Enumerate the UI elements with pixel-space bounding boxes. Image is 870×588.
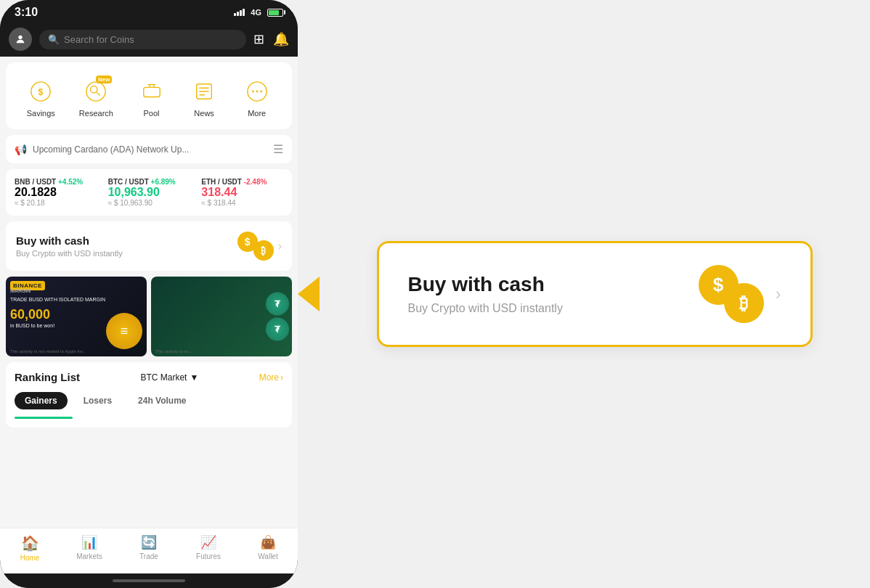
more-label: More	[248, 109, 266, 118]
quick-actions-card: $ Savings New Research	[6, 62, 292, 129]
signal-icon	[234, 9, 245, 16]
ranking-market[interactable]: BTC Market ▼	[140, 372, 198, 383]
eth-ticker[interactable]: ETH / USDT -2.48% 318.44 ≈ $ 318.44	[201, 178, 283, 207]
buy-cash-card[interactable]: Buy with cash Buy Crypto with USD instan…	[6, 221, 292, 271]
gainers-tab[interactable]: Gainers	[15, 392, 68, 409]
market-dropdown-icon: ▼	[190, 372, 198, 383]
enlarged-title: Buy with cash	[408, 273, 563, 296]
savings-label: Savings	[27, 109, 55, 118]
scan-icon[interactable]: ⊞	[253, 31, 264, 47]
buy-cash-title: Buy with cash	[16, 234, 123, 247]
svg-rect-6	[143, 87, 160, 97]
news-icon	[190, 77, 219, 106]
news-label: News	[194, 109, 214, 118]
more-link: More	[259, 372, 279, 383]
bell-icon[interactable]: 🔔	[273, 31, 289, 47]
bnb-ticker[interactable]: BNB / USDT +4.52% 20.1828 ≈ $ 20.18	[15, 178, 97, 207]
svg-text:≡: ≡	[121, 324, 129, 338]
ranking-section: Ranking List BTC Market ▼ More › Gainers…	[6, 362, 292, 428]
battery-icon	[267, 9, 283, 17]
market-label: BTC Market	[140, 372, 187, 383]
home-indicator	[0, 573, 298, 588]
news-action[interactable]: News	[190, 77, 219, 118]
svg-line-5	[97, 92, 100, 96]
ranking-title: Ranking List	[15, 371, 80, 383]
enlarged-subtitle: Buy Crypto with USD instantly	[408, 302, 563, 315]
nav-trade[interactable]: 🔄 Trade	[127, 534, 171, 562]
tether-coin-2: ₮	[266, 318, 289, 341]
price-ticker: BNB / USDT +4.52% 20.1828 ≈ $ 20.18 BTC …	[6, 169, 292, 216]
app-content: $ Savings New Research	[0, 57, 298, 528]
btc-usd: ≈ $ 10,963.90	[108, 199, 190, 207]
trade-text: TRADE BUSD WITH ISOLATED MARGIN	[10, 297, 105, 302]
bnb-pair: BNB / USDT +4.52%	[15, 178, 97, 186]
eth-price: 318.44	[201, 186, 283, 199]
ranking-tabs: Gainers Losers 24h Volume	[15, 392, 283, 409]
scroll-indicator	[15, 417, 73, 419]
promo-unit: in BUSD to be won!	[10, 323, 54, 328]
savings-action[interactable]: $ Savings	[26, 77, 55, 118]
eth-pair: ETH / USDT -2.48%	[201, 178, 283, 186]
home-bar	[113, 579, 185, 582]
buy-cash-text: Buy with cash Buy Crypto with USD instan…	[16, 234, 123, 258]
announcement-text: Upcoming Cardano (ADA) Network Up...	[33, 144, 189, 155]
right-panel: Buy with cash Buy Crypto with USD instan…	[319, 212, 870, 376]
more-arrow-icon: ›	[280, 372, 283, 383]
promo-banners: BINANCE MARGIN TRADE BUSD WITH ISOLATED …	[6, 277, 292, 356]
large-bitcoin-coin: ₿	[724, 283, 764, 323]
pool-label: Pool	[144, 109, 160, 118]
search-placeholder: Search for Coins	[64, 34, 134, 45]
ranking-header: Ranking List BTC Market ▼ More ›	[15, 371, 283, 383]
wallet-icon: 👜	[260, 534, 276, 550]
enlarged-buy-cash-card[interactable]: Buy with cash Buy Crypto with USD instan…	[377, 241, 813, 347]
research-action[interactable]: New Research	[79, 77, 113, 118]
promo-amount: 60,000	[10, 307, 50, 322]
nav-futures[interactable]: 📈 Futures	[187, 534, 230, 562]
large-coin-icons: $ ₿	[699, 265, 764, 323]
volume-tab[interactable]: 24h Volume	[128, 392, 196, 409]
announcement-content: 📢 Upcoming Cardano (ADA) Network Up...	[15, 144, 189, 155]
status-bar: 3:10 4G	[0, 0, 298, 22]
pool-action[interactable]: Pool	[137, 77, 166, 118]
enlarged-right: $ ₿ ›	[699, 265, 781, 323]
avatar[interactable]	[9, 28, 32, 51]
buy-cash-right: $ ₿ ›	[237, 232, 282, 261]
btc-ticker[interactable]: BTC / USDT +6.89% 10,963.90 ≈ $ 10,963.9…	[108, 178, 190, 207]
pool-icon	[137, 77, 166, 106]
ranking-more[interactable]: More ›	[259, 372, 283, 383]
home-icon: 🏠	[21, 534, 39, 552]
announcement-bar[interactable]: 📢 Upcoming Cardano (ADA) Network Up... ☰	[6, 135, 292, 163]
tether-coins: ₮ ₮	[266, 293, 289, 341]
nav-markets[interactable]: 📊 Markets	[68, 534, 111, 562]
search-bar[interactable]: 🔍 Search for Coins	[39, 30, 246, 49]
svg-point-4	[91, 86, 97, 93]
promo-banner-tether[interactable]: ₮ ₮ This activity is no...	[151, 277, 292, 356]
list-icon: ☰	[273, 142, 283, 156]
research-icon: New	[81, 77, 110, 106]
tether-coin-1: ₮	[266, 293, 289, 316]
more-action[interactable]: More	[243, 77, 272, 118]
losers-tab[interactable]: Losers	[73, 392, 122, 409]
trade-label: Trade	[139, 552, 158, 560]
futures-label: Futures	[196, 552, 221, 560]
margin-label: MARGIN	[10, 288, 31, 293]
btc-pair: BTC / USDT +6.89%	[108, 178, 190, 186]
svg-point-14	[260, 91, 262, 93]
enlarged-text: Buy with cash Buy Crypto with USD instan…	[408, 273, 563, 315]
bnb-price: 20.1828	[15, 186, 97, 199]
svg-point-13	[256, 91, 258, 93]
bitcoin-coin: ₿	[253, 240, 274, 261]
nav-wallet[interactable]: 👜 Wallet	[246, 534, 290, 562]
promo-banner-binance[interactable]: BINANCE MARGIN TRADE BUSD WITH ISOLATED …	[6, 277, 147, 356]
large-arrow-right-icon: ›	[776, 284, 781, 304]
buy-cash-subtitle: Buy Crypto with USD instantly	[16, 249, 123, 258]
announce-icon: 📢	[15, 144, 27, 155]
markets-icon: 📊	[81, 534, 97, 550]
nav-home[interactable]: 🏠 Home	[8, 534, 52, 562]
home-label: Home	[20, 554, 40, 562]
eth-usd: ≈ $ 318.44	[201, 199, 283, 207]
busd-coin-visual: ≡	[106, 313, 142, 349]
svg-point-12	[252, 91, 254, 93]
svg-point-0	[18, 36, 22, 39]
bottom-nav: 🏠 Home 📊 Markets 🔄 Trade 📈 Futures 👜 Wal…	[0, 528, 298, 573]
